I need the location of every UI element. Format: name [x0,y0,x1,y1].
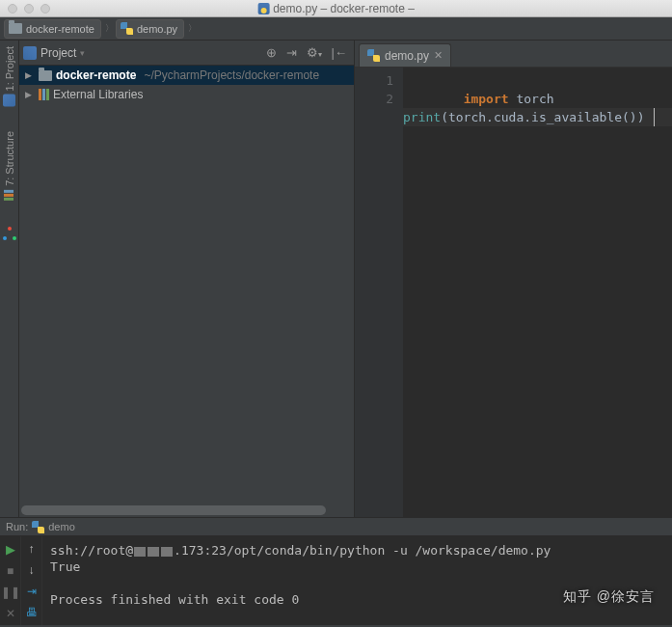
python-icon [32,521,44,533]
stop-icon[interactable]: ■ [7,564,13,578]
close-icon[interactable]: ✕ [6,607,15,620]
locate-icon[interactable]: ⊕ [263,43,280,62]
run-toolwindow-header[interactable]: Run: demo [0,517,672,536]
project-icon [23,46,37,60]
horizontal-scrollbar[interactable] [21,505,352,515]
left-tool-rail: 1: Project 7: Structure [0,41,19,517]
python-file-icon [257,3,269,14]
run-toolbar-left: ▶ ■ ❚❚ ✕ [0,536,21,625]
tree-external-libs[interactable]: ▶ External Libraries [19,85,354,104]
structure-icon [3,189,15,202]
crumb-file[interactable]: demo.py [116,19,184,39]
soft-wrap-icon[interactable]: ⇥ [27,585,37,598]
python-icon [367,49,380,62]
gear-icon[interactable]: ⚙▾ [304,43,325,62]
run-toolbar-2: ↑ ↓ ⇥ 🖶 [21,536,42,625]
structure-tool-tab[interactable]: 7: Structure [1,127,17,205]
close-icon[interactable]: ✕ [434,49,443,62]
project-panel: Project ▾ ⊕ ⇥ ⚙▾ |← ▶ docker-remote ~/Py… [19,41,355,517]
tree-root-row[interactable]: ▶ docker-remote ~/PycharmProjects/docker… [19,66,354,85]
up-icon[interactable]: ↑ [29,542,35,556]
text-caret [654,108,655,126]
console-output[interactable]: ssh://root@.173:23/opt/conda/bin/python … [42,536,672,625]
window-title: demo.py – docker-remote – [257,2,415,15]
folder-icon [9,23,22,34]
editor-area: demo.py ✕ 1 2 import torch print(torch.c… [355,41,672,517]
mac-titlebar: demo.py – docker-remote – [0,0,672,17]
line-gutter: 1 2 [355,68,403,517]
project-panel-header: Project ▾ ⊕ ⇥ ⚙▾ |← [19,41,354,66]
print-icon[interactable]: 🖶 [26,606,38,619]
run-toolwindow: ▶ ■ ❚❚ ✕ ↑ ↓ ⇥ 🖶 ssh://root@.173:23/opt/… [0,536,672,625]
editor-tabs: demo.py ✕ [355,41,672,68]
expand-arrow-icon[interactable]: ▶ [25,70,35,80]
breadcrumb-bar: docker-remote 〉 demo.py 〉 [0,17,672,41]
folder-icon [39,70,52,81]
chevron-down-icon: ▾ [80,48,85,58]
rerun-icon[interactable]: ▶ [6,542,15,557]
crumb-project[interactable]: docker-remote [4,19,101,39]
chevron-right-icon: 〉 [188,22,197,35]
redacted [134,547,146,557]
code-editor[interactable]: 1 2 import torch print(torch.cuda.is_ava… [355,68,672,517]
redacted [148,547,159,557]
expand-arrow-icon[interactable]: ▶ [25,90,35,99]
project-tree[interactable]: ▶ docker-remote ~/PycharmProjects/docker… [19,66,354,517]
redacted [161,547,173,557]
traffic-lights[interactable] [8,4,50,14]
pause-icon[interactable]: ❚❚ [1,586,20,599]
editor-tab-demo[interactable]: demo.py ✕ [359,43,451,67]
down-icon[interactable]: ↓ [29,563,35,577]
collapse-icon[interactable]: ⇥ [283,43,300,62]
chevron-right-icon: 〉 [105,22,114,35]
project-tool-tab[interactable]: 1: Project [1,42,17,110]
python-icon [121,22,133,35]
color-dots-icon[interactable] [3,227,16,240]
project-panel-title[interactable]: Project ▾ [23,46,85,60]
hide-icon[interactable]: |← [329,43,350,62]
watermark: 知乎 @徐安言 [563,588,655,606]
libraries-icon [39,89,49,100]
project-icon [3,94,15,106]
